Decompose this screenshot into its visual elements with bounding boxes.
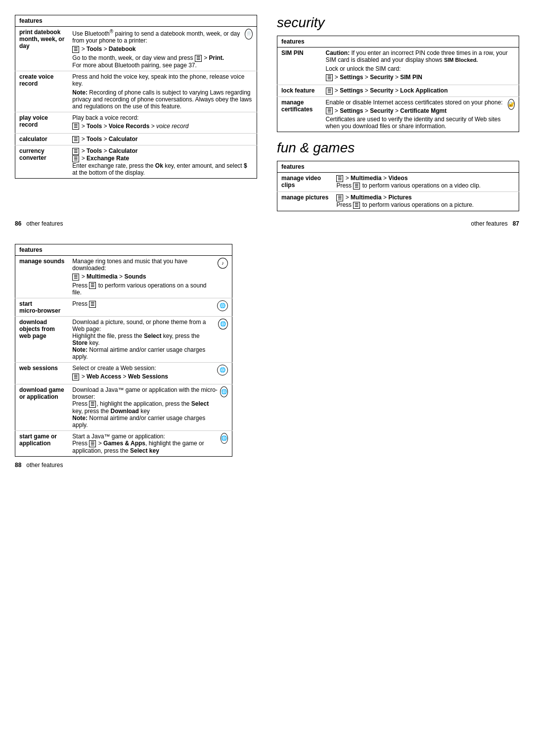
feature-desc: Manage ring tones and music that you hav… <box>68 255 232 298</box>
feature-desc: Select or create a Web session: ☰ > Web … <box>68 363 232 384</box>
feature-desc: Download a picture, sound, or phone them… <box>68 317 232 363</box>
feature-label: web sessions <box>15 363 69 384</box>
feature-label: start game orapplication <box>15 431 69 457</box>
bottom-table-header: features <box>15 244 232 255</box>
table-row: play voicerecord Play back a voice recor… <box>15 112 257 134</box>
feature-desc: Enable or disable Internet access certif… <box>322 96 519 132</box>
page-num-left: 86 other features <box>15 220 63 227</box>
feature-desc: Play back a voice record: ☰ > Tools > Vo… <box>68 112 257 134</box>
feature-desc: Press and hold the voice key, speak into… <box>68 71 257 112</box>
feature-label: currencyconverter <box>15 145 69 179</box>
table-row: lock feature ☰ > Settings > Security > L… <box>277 85 519 96</box>
top-columns: features print datebookmonth, week, orda… <box>0 0 534 216</box>
feature-desc: Press ☰ 🌐 <box>68 298 232 317</box>
feature-desc: Download a Java™ game or application wit… <box>68 384 232 431</box>
cert-icon: 🔐 <box>508 99 515 110</box>
security-heading: security <box>277 15 519 31</box>
feature-label: downloadobjects fromweb page <box>15 317 69 363</box>
page-layout: features print datebookmonth, week, orda… <box>0 0 534 483</box>
table-row: manage sounds Manage ring tones and musi… <box>15 255 232 298</box>
table-row: web sessions Select or create a Web sess… <box>15 363 232 384</box>
fun-games-table-header: features <box>277 161 519 173</box>
right-column: security features SIM PIN Caution: If yo… <box>277 15 519 216</box>
feature-label: download gameor application <box>15 384 69 431</box>
feature-desc: Start a Java™ game or application: Press… <box>68 431 232 457</box>
page-num-right: other features 87 <box>471 220 519 227</box>
feature-label: manage sounds <box>15 255 69 298</box>
feature-desc: ☰ > Settings > Security > Lock Applicati… <box>322 85 519 96</box>
table-row: SIM PIN Caution: If you enter an incorre… <box>277 47 519 85</box>
page-num-bottom: 88 other features <box>15 462 232 469</box>
feature-label: play voicerecord <box>15 112 69 134</box>
feature-label: managecertificates <box>277 96 322 132</box>
table-row: startmicro-browser Press ☰ 🌐 <box>15 298 232 317</box>
left-table-header: features <box>15 15 257 27</box>
web-icon-2: 🌐 <box>218 319 228 330</box>
web-icon-3: 🌐 <box>217 365 228 376</box>
bluetooth-icon: 🦷 <box>245 29 253 40</box>
feature-label: manage pictures <box>277 192 333 211</box>
table-row: calculator ☰ > Tools > Calculator <box>15 134 257 145</box>
feature-desc: Caution: If you enter an incorrect PIN c… <box>322 47 519 85</box>
bottom-section: features manage sounds Manage ring tones… <box>0 239 247 483</box>
left-top-table: features print datebookmonth, week, orda… <box>15 15 257 179</box>
table-row: currencyconverter ☰ > Tools > Calculator… <box>15 145 257 179</box>
security-table: features SIM PIN Caution: If you enter a… <box>277 36 519 132</box>
table-row: manage videoclips ☰ > Multimedia > Video… <box>277 173 519 192</box>
fun-games-table: features manage videoclips ☰ > Multimedi… <box>277 161 519 211</box>
fun-games-heading: fun & games <box>277 140 519 156</box>
feature-desc: ☰ > Tools > Calculator ☰ > Exchange Rate… <box>68 145 257 179</box>
table-row: downloadobjects fromweb page Download a … <box>15 317 232 363</box>
feature-desc: Use Bluetooth® pairing to send a dateboo… <box>68 27 257 71</box>
table-row: managecertificates Enable or disable Int… <box>277 96 519 132</box>
feature-label: SIM PIN <box>277 47 322 85</box>
security-table-header: features <box>277 36 519 47</box>
table-row: start game orapplication Start a Java™ g… <box>15 431 232 457</box>
feature-desc: ☰ > Tools > Calculator <box>68 134 257 145</box>
left-column: features print datebookmonth, week, orda… <box>15 15 257 216</box>
feature-label: lock feature <box>277 85 322 96</box>
feature-label: calculator <box>15 134 69 145</box>
table-row: download gameor application Download a J… <box>15 384 232 431</box>
feature-label: create voicerecord <box>15 71 69 112</box>
music-icon: ♪ <box>218 258 228 269</box>
table-row: manage pictures ☰ > Multimedia > Picture… <box>277 192 519 211</box>
feature-desc: ☰ > Multimedia > Videos Press ☰ to perfo… <box>332 173 519 192</box>
web-icon-4: 🌐 <box>220 386 228 397</box>
web-icon-5: 🌐 <box>221 433 228 444</box>
table-row: print datebookmonth, week, orday Use Blu… <box>15 27 257 71</box>
bottom-table: features manage sounds Manage ring tones… <box>15 244 232 457</box>
feature-label: print datebookmonth, week, orday <box>15 27 69 71</box>
web-icon-1: 🌐 <box>217 300 228 311</box>
feature-label: manage videoclips <box>277 173 333 192</box>
page-numbers-top: 86 other features other features 87 <box>0 216 534 229</box>
feature-desc: ☰ > Multimedia > Pictures Press ☰ to per… <box>332 192 519 211</box>
feature-label: startmicro-browser <box>15 298 69 317</box>
table-row: create voicerecord Press and hold the vo… <box>15 71 257 112</box>
